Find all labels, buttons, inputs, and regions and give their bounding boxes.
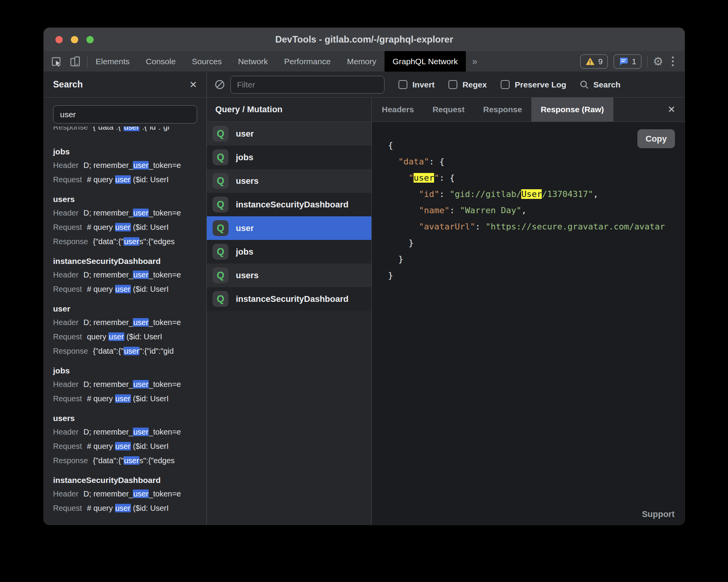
search-section-title: instanceSecurityDashboard (53, 476, 206, 485)
search-result-row[interactable]: HeaderD; remember_user_token=e (53, 208, 206, 218)
search-result-row[interactable]: HeaderD; remember_user_token=e (53, 270, 206, 280)
devtools-tabbar: Elements Console Sources Network Perform… (44, 51, 685, 72)
query-list-item[interactable]: QinstanceSecurityDashboard (207, 287, 371, 311)
device-toolbar-icon[interactable] (69, 56, 81, 67)
search-row-label: Header (53, 160, 79, 171)
tab-response[interactable]: Response (474, 98, 531, 122)
checkbox-box[interactable] (448, 80, 457, 89)
checkbox-box[interactable] (398, 80, 407, 89)
search-result-row[interactable]: Request# query user ($id: UserI (53, 441, 206, 452)
search-row-label: Response (53, 346, 88, 356)
search-section-title: user (53, 304, 206, 313)
search-row-label: Response (53, 236, 88, 247)
search-row-content: D; remember_user_token=e (84, 427, 181, 437)
search-match-highlight: user (133, 380, 149, 389)
query-type-badge: Q (213, 220, 228, 236)
search-result-row[interactable]: HeaderD; remember_user_token=e (53, 160, 206, 171)
inspect-element-icon[interactable] (51, 56, 62, 67)
search-result-row[interactable]: HeaderD; remember_user_token=e (53, 317, 206, 328)
tab-performance[interactable]: Performance (276, 51, 339, 72)
copy-button[interactable]: Copy (637, 129, 675, 148)
search-row-label: Header (53, 489, 79, 499)
tab-console[interactable]: Console (138, 51, 184, 72)
query-type-badge: Q (213, 197, 228, 212)
search-match-highlight: user (133, 318, 149, 327)
search-result-row[interactable]: Response{"data":{"user":{"id":"gid (53, 346, 206, 356)
invert-checkbox[interactable]: Invert (398, 80, 434, 89)
query-list-item[interactable]: Quser (207, 122, 371, 146)
search-input[interactable] (53, 105, 197, 123)
search-result-row[interactable]: HeaderD; remember_user_token=e (53, 379, 206, 390)
regex-checkbox[interactable]: Regex (448, 80, 487, 89)
checkbox-box[interactable] (501, 80, 510, 89)
tab-graphql-network[interactable]: GraphQL Network (385, 51, 466, 72)
json-line: "name": "Warren Day", (388, 202, 685, 219)
close-details-icon[interactable]: ✕ (668, 104, 685, 115)
window-title: DevTools - gitlab.com/-/graphql-explorer (44, 34, 685, 45)
preserve-log-checkbox[interactable]: Preserve Log (501, 80, 566, 89)
search-result-row[interactable]: Request# query user ($id: UserI (53, 175, 206, 185)
warnings-badge[interactable]: 9 (580, 54, 608, 69)
filter-input[interactable] (230, 76, 385, 94)
query-name: instanceSecurityDashboard (236, 200, 349, 210)
toolbar-search-label: Search (593, 80, 620, 89)
search-match-highlight: user (124, 237, 139, 246)
search-row-content: D; remember_user_token=e (84, 270, 181, 280)
search-result-row[interactable]: Response{"data":{"user":{"id":"gi (53, 127, 206, 132)
json-line: } (388, 267, 685, 284)
tab-memory[interactable]: Memory (339, 51, 385, 72)
search-partial-clip: Response{"data":{"user":{"id":"gi (53, 127, 206, 137)
search-row-content: # query user ($id: UserI (87, 284, 169, 294)
search-match-highlight: user (124, 456, 139, 465)
search-icon (579, 80, 589, 90)
search-result-row[interactable]: Request# query user ($id: UserI (53, 503, 206, 514)
search-section-title: users (53, 414, 206, 423)
search-section-title: jobs (53, 147, 206, 156)
search-row-content: # query user ($id: UserI (87, 503, 169, 514)
search-result-row[interactable]: HeaderD; remember_user_token=e (53, 489, 206, 499)
query-list-item[interactable]: Quser (207, 216, 371, 240)
clear-icon[interactable] (215, 79, 225, 90)
query-list-item[interactable]: Qusers (207, 264, 371, 287)
query-name: user (236, 129, 254, 139)
tab-response-raw[interactable]: Response (Raw) (531, 98, 613, 122)
search-row-content: D; remember_user_token=e (84, 208, 181, 218)
query-name: user (236, 223, 254, 233)
search-match-highlight: user (108, 332, 124, 341)
toolbar-search-toggle[interactable]: Search (579, 80, 620, 90)
tab-elements[interactable]: Elements (88, 51, 138, 72)
search-result-row[interactable]: Response{"data":{"users":{"edges (53, 455, 206, 466)
search-row-label: Request (53, 222, 82, 233)
tab-headers[interactable]: Headers (373, 98, 423, 122)
query-type-badge: Q (213, 244, 228, 260)
json-line: } (388, 251, 685, 267)
search-result-row[interactable]: Requestquery user ($id: UserI (53, 332, 206, 342)
more-tabs-chevron[interactable]: » (466, 51, 483, 72)
tab-network[interactable]: Network (230, 51, 276, 72)
settings-gear-icon[interactable]: ⚙ (653, 56, 663, 67)
issues-badge[interactable]: 1 (613, 54, 642, 69)
search-result-row[interactable]: HeaderD; remember_user_token=e (53, 427, 206, 437)
query-list-item[interactable]: Qusers (207, 169, 371, 193)
search-result-row[interactable]: Request# query user ($id: UserI (53, 284, 206, 294)
json-line: } (388, 235, 685, 251)
query-list-item[interactable]: Qjobs (207, 240, 371, 264)
query-list-item[interactable]: QinstanceSecurityDashboard (207, 193, 371, 216)
warning-icon (585, 57, 595, 66)
regex-label: Regex (462, 80, 487, 89)
close-search-icon[interactable]: ✕ (189, 79, 197, 90)
search-row-content: {"data":{"user":{"id":"gid (93, 346, 174, 356)
search-match-highlight: user (124, 347, 139, 355)
kebab-menu-icon[interactable] (669, 56, 677, 66)
tab-sources[interactable]: Sources (184, 51, 230, 72)
query-name: jobs (236, 247, 253, 257)
search-result-row[interactable]: Request# query user ($id: UserI (53, 222, 206, 233)
search-panel-title: Search (53, 79, 83, 90)
support-link[interactable]: Support (642, 509, 675, 519)
query-list-item[interactable]: Qjobs (207, 146, 371, 169)
search-result-row[interactable]: Response{"data":{"users":{"edges (53, 236, 206, 247)
tab-request[interactable]: Request (423, 98, 474, 122)
search-match-highlight: user (115, 223, 131, 231)
search-result-row[interactable]: Request# query user ($id: UserI (53, 394, 206, 404)
query-type-badge: Q (213, 126, 228, 142)
